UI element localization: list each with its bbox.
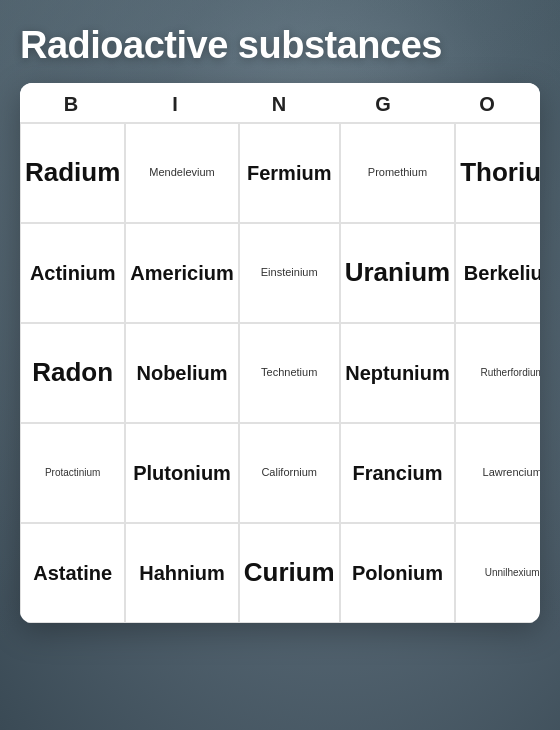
bingo-cell-r3-c2[interactable]: Californium: [239, 423, 340, 523]
bingo-cell-r0-c2[interactable]: Fermium: [239, 123, 340, 223]
bingo-cell-r4-c1[interactable]: Hahnium: [125, 523, 238, 623]
bingo-cell-r1-c2[interactable]: Einsteinium: [239, 223, 340, 323]
bingo-grid: RadiumMendeleviumFermiumPromethiumThoriu…: [20, 122, 540, 623]
page-title: Radioactive substances: [20, 24, 540, 67]
bingo-letter-i: I: [124, 93, 228, 116]
bingo-cell-r2-c3[interactable]: Neptunium: [340, 323, 455, 423]
bingo-cell-r4-c4[interactable]: Unnilhexium: [455, 523, 540, 623]
bingo-cell-r2-c0[interactable]: Radon: [20, 323, 125, 423]
bingo-cell-r4-c2[interactable]: Curium: [239, 523, 340, 623]
bingo-cell-r3-c4[interactable]: Lawrencium: [455, 423, 540, 523]
bingo-cell-r3-c1[interactable]: Plutonium: [125, 423, 238, 523]
bingo-cell-r2-c2[interactable]: Technetium: [239, 323, 340, 423]
bingo-cell-r4-c0[interactable]: Astatine: [20, 523, 125, 623]
bingo-letter-g: G: [332, 93, 436, 116]
bingo-cell-r0-c0[interactable]: Radium: [20, 123, 125, 223]
bingo-letter-b: B: [20, 93, 124, 116]
bingo-cell-r4-c3[interactable]: Polonium: [340, 523, 455, 623]
bingo-cell-r0-c3[interactable]: Promethium: [340, 123, 455, 223]
bingo-card: BINGO RadiumMendeleviumFermiumPromethium…: [20, 83, 540, 623]
bingo-cell-r2-c1[interactable]: Nobelium: [125, 323, 238, 423]
bingo-cell-r2-c4[interactable]: Rutherfordium: [455, 323, 540, 423]
bingo-cell-r3-c3[interactable]: Francium: [340, 423, 455, 523]
bingo-cell-r0-c4[interactable]: Thorium: [455, 123, 540, 223]
bingo-cell-r1-c0[interactable]: Actinium: [20, 223, 125, 323]
bingo-cell-r1-c4[interactable]: Berkelium: [455, 223, 540, 323]
content-area: Radioactive substances BINGO RadiumMende…: [0, 0, 560, 643]
bingo-cell-r3-c0[interactable]: Protactinium: [20, 423, 125, 523]
bingo-letter-o: O: [436, 93, 540, 116]
bingo-cell-r0-c1[interactable]: Mendelevium: [125, 123, 238, 223]
bingo-cell-r1-c3[interactable]: Uranium: [340, 223, 455, 323]
bingo-cell-r1-c1[interactable]: Americium: [125, 223, 238, 323]
bingo-header: BINGO: [20, 83, 540, 122]
bingo-letter-n: N: [228, 93, 332, 116]
